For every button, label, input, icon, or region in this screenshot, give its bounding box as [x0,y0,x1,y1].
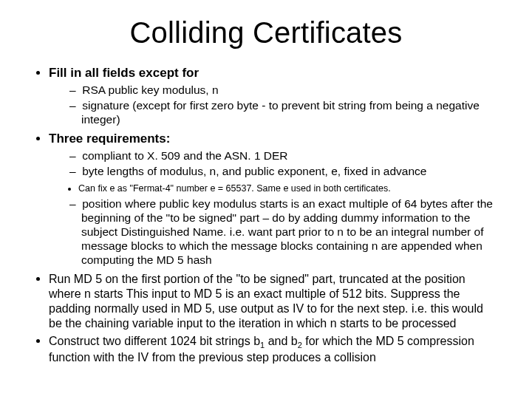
note-fermat4: Can fix e as "Fermat-4" number e = 65537… [78,183,499,195]
bullet-three-reqs-header: Three requirements: [49,132,170,146]
bullet-fill-in-header: Fill in all fields except for [49,66,199,80]
bullet-run-md5-text: Run MD 5 on the first portion of the "to… [49,273,483,330]
note-list: Can fix e as "Fermat-4" number e = 65537… [49,183,499,195]
slide-title: Colliding Certificates [33,16,499,50]
bullet-run-md5: Run MD 5 on the first portion of the "to… [49,272,499,331]
bullet-fill-in: Fill in all fields except for RSA public… [49,66,499,127]
sublist-three-reqs-2: position where public key modulus starts… [49,197,499,267]
bullet-list: Fill in all fields except for RSA public… [33,66,499,365]
bullet-construct-text: Construct two different 1024 bit strings… [49,335,474,364]
bullet-three-reqs: Three requirements: compliant to X. 509 … [49,132,499,267]
sublist-fill-in: RSA public key modulus, n signature (exc… [49,83,499,127]
subitem-rsa-modulus: RSA public key modulus, n [69,83,499,98]
construct-mid: and b [265,335,297,347]
subitem-x509: compliant to X. 509 and the ASN. 1 DER [69,149,499,163]
subitem-position-modulus: position where public key modulus starts… [69,197,499,267]
subitem-signature: signature (except for first zero byte - … [69,99,499,127]
sublist-three-reqs: compliant to X. 509 and the ASN. 1 DER b… [49,149,499,179]
slide: Colliding Certificates Fill in all field… [0,0,532,399]
bullet-construct-strings: Construct two different 1024 bit strings… [49,334,499,366]
construct-pre: Construct two different 1024 bit strings… [49,335,260,347]
subitem-byte-lengths: byte lengths of modulus, n, and public e… [69,165,499,179]
